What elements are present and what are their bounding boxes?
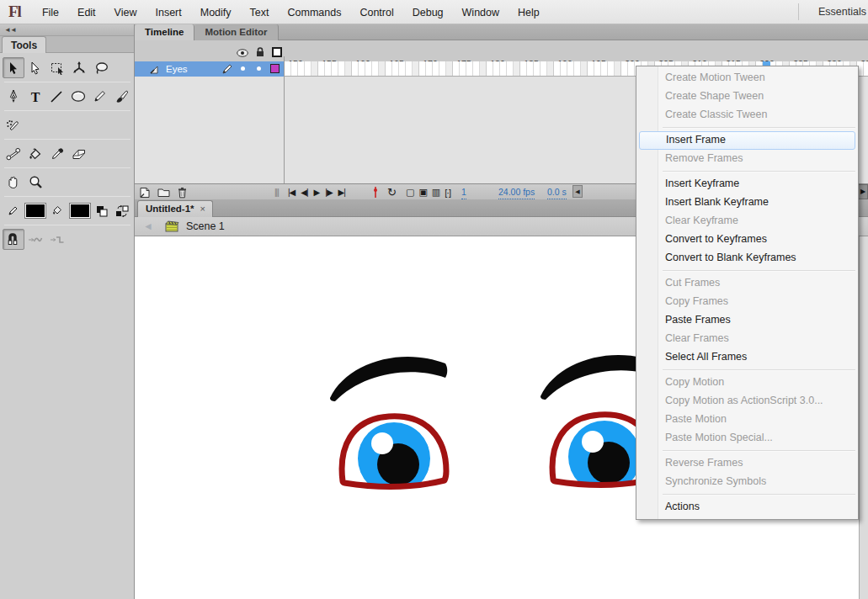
fill-color-control[interactable] <box>47 200 67 221</box>
timeline-scroll-left-button[interactable]: ◀ <box>572 185 583 198</box>
context-menu-item-create-shape-tween[interactable]: Create Shape Tween <box>636 87 858 106</box>
timeline-header: 1501551601651701751801851901952002052102… <box>135 40 868 61</box>
layer-visibility-dot[interactable] <box>241 66 245 71</box>
context-menu-item-create-motion-tween[interactable]: Create Motion Tween <box>636 69 858 87</box>
tab-timeline[interactable]: Timeline <box>135 24 194 40</box>
menu-window[interactable]: Window <box>453 1 509 24</box>
context-menu-item-copy-frames[interactable]: Copy Frames <box>636 293 858 311</box>
default-colors-button[interactable] <box>92 200 112 221</box>
show-hide-all-layers-icon[interactable] <box>237 45 248 61</box>
menu-debug[interactable]: Debug <box>403 1 453 24</box>
context-menu-item-cut-frames[interactable]: Cut Frames <box>636 274 858 293</box>
lock-all-layers-icon[interactable] <box>255 45 265 61</box>
tools-separator <box>4 225 130 225</box>
subselection-tool[interactable] <box>24 57 46 78</box>
collapse-panel-button[interactable]: ◄◄ <box>0 24 134 36</box>
frame-rate-field[interactable]: 24.00 fps <box>498 185 535 199</box>
document-tab[interactable]: Untitled-1*× <box>137 200 213 217</box>
text-tool[interactable]: T <box>24 86 46 107</box>
close-document-icon[interactable]: × <box>200 204 205 214</box>
pen-tool[interactable] <box>3 86 24 107</box>
context-menu-item-copy-motion[interactable]: Copy Motion <box>636 374 858 392</box>
context-menu-item-paste-frames[interactable]: Paste Frames <box>636 311 858 330</box>
context-menu-item-create-classic-tween[interactable]: Create Classic Tween <box>636 106 858 125</box>
menu-commands[interactable]: Commands <box>279 1 351 24</box>
context-menu-item-insert-blank-keyframe[interactable]: Insert Blank Keyframe <box>636 193 858 212</box>
modify-markers-button[interactable]: [·] <box>445 188 450 198</box>
goto-last-frame-button[interactable]: ▶| <box>338 188 345 197</box>
show-layers-as-outlines-icon[interactable] <box>272 45 282 61</box>
stroke-color-control[interactable] <box>3 200 23 221</box>
workspace-switcher[interactable]: Essentials <box>809 0 868 24</box>
tools-panel-tab[interactable]: Tools <box>2 36 46 53</box>
oval-tool[interactable] <box>67 86 89 107</box>
context-menu-item-select-all-frames[interactable]: Select All Frames <box>636 348 858 367</box>
context-menu-item-remove-frames[interactable]: Remove Frames <box>636 150 858 168</box>
layer-lock-dot[interactable] <box>257 66 261 71</box>
context-menu-item-insert-frame[interactable]: Insert Frame <box>639 131 855 150</box>
menu-file[interactable]: File <box>33 1 68 24</box>
context-menu-item-synchronize-symbols[interactable]: Synchronize Symbols <box>636 473 858 491</box>
menu-insert[interactable]: Insert <box>146 1 190 24</box>
line-tool[interactable] <box>45 86 67 107</box>
timeline-scroll-right-button[interactable]: ▶ <box>858 184 868 199</box>
context-menu-item-convert-to-keyframes[interactable]: Convert to Keyframes <box>636 231 858 249</box>
menu-text[interactable]: Text <box>241 1 279 24</box>
context-menu-separator <box>663 171 855 172</box>
context-menu-item-clear-keyframe[interactable]: Clear Keyframe <box>636 212 858 231</box>
layer-outline-color-swatch[interactable] <box>270 64 280 73</box>
context-menu-item-paste-motion-special[interactable]: Paste Motion Special... <box>636 429 858 448</box>
center-frame-button[interactable] <box>372 185 379 199</box>
context-menu-item-actions[interactable]: Actions <box>636 498 858 517</box>
goto-first-frame-button[interactable]: |◀ <box>288 188 295 197</box>
tab-motion-editor[interactable]: Motion Editor <box>194 24 278 40</box>
new-layer-button[interactable] <box>139 187 151 199</box>
zoom-tool[interactable] <box>24 172 46 193</box>
3d-rotation-tool[interactable] <box>68 57 90 78</box>
free-transform-tool[interactable] <box>46 57 68 78</box>
stroke-color-swatch[interactable] <box>23 200 47 221</box>
context-menu-item-copy-motion-as-actionscript-3-0[interactable]: Copy Motion as ActionScript 3.0... <box>636 392 858 411</box>
scene-breadcrumb[interactable]: Scene 1 <box>186 220 225 232</box>
menu-view[interactable]: View <box>105 1 146 24</box>
onion-skin-button[interactable]: ▢ <box>406 187 413 198</box>
onion-skin-outlines-button[interactable]: ▣ <box>418 187 426 198</box>
play-button[interactable]: ▶ <box>314 188 320 197</box>
panel-drag-handle[interactable]: ||| <box>274 185 279 199</box>
bone-tool[interactable] <box>3 143 24 164</box>
context-menu-item-insert-keyframe[interactable]: Insert Keyframe <box>636 175 858 193</box>
swap-colors-button[interactable] <box>112 200 132 221</box>
context-menu-item-convert-to-blank-keyframes[interactable]: Convert to Blank Keyframes <box>636 249 858 268</box>
brush-tool[interactable] <box>110 86 132 107</box>
menu-help[interactable]: Help <box>509 1 549 24</box>
snap-to-objects-toggle[interactable] <box>3 229 24 250</box>
eraser-tool[interactable] <box>68 143 90 164</box>
straighten-button[interactable] <box>46 229 68 250</box>
menu-modify[interactable]: Modify <box>191 1 241 24</box>
lasso-tool[interactable] <box>90 57 112 78</box>
step-back-button[interactable]: ◀| <box>301 188 307 197</box>
hand-tool[interactable] <box>3 172 24 193</box>
edit-multiple-frames-button[interactable]: ▥ <box>432 187 439 198</box>
context-menu-item-reverse-frames[interactable]: Reverse Frames <box>636 454 858 473</box>
fill-color-swatch[interactable] <box>67 200 92 221</box>
step-forward-button[interactable]: |▶ <box>325 188 332 197</box>
menu-edit[interactable]: Edit <box>68 1 105 24</box>
loop-button[interactable]: ↻ <box>387 185 397 199</box>
context-menu-item-paste-motion[interactable]: Paste Motion <box>636 411 858 429</box>
smooth-button[interactable] <box>24 229 46 250</box>
deco-tool[interactable] <box>3 114 24 135</box>
new-folder-button[interactable] <box>157 187 170 198</box>
layer-name-cell[interactable]: Eyes <box>135 61 284 77</box>
tools-grid: T <box>0 53 134 250</box>
paint-bucket-tool[interactable] <box>24 143 46 164</box>
context-menu-item-clear-frames[interactable]: Clear Frames <box>636 330 858 348</box>
selection-tool[interactable] <box>3 57 24 78</box>
eyedropper-tool[interactable] <box>46 143 68 164</box>
delete-layer-button[interactable] <box>177 187 188 199</box>
back-arrow-icon[interactable]: ◄ <box>143 220 153 232</box>
menu-control[interactable]: Control <box>350 1 402 24</box>
current-frame-field[interactable]: 1 <box>461 185 466 199</box>
pencil-tool[interactable] <box>89 86 111 107</box>
elapsed-time-field[interactable]: 0.0 s <box>547 185 567 199</box>
